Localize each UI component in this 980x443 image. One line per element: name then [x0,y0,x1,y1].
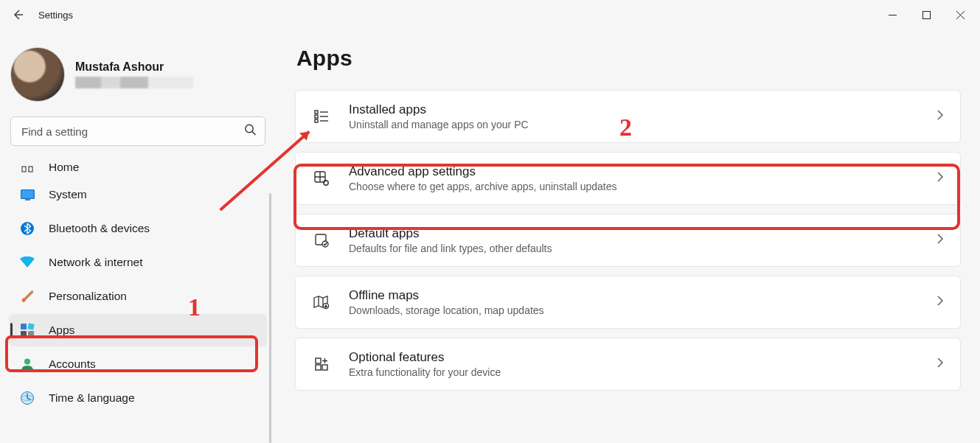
default-apps-icon [312,232,331,248]
close-button[interactable] [943,3,977,27]
sidebar-item-label: Accounts [49,357,96,371]
svg-rect-24 [316,365,321,370]
wifi-icon [19,257,35,268]
chevron-right-icon [936,295,944,310]
sidebar-item-apps[interactable]: Apps [9,314,267,346]
main-content: Apps Installed apps Uninstall and manage… [273,29,980,443]
sidebar-item-label: Apps [49,324,74,337]
home-icon [19,161,35,174]
svg-point-12 [24,359,30,365]
profile-email-redacted [75,77,193,88]
minimize-button[interactable] [875,3,909,27]
sidebar-item-network[interactable]: Network & internet [9,246,267,279]
chevron-right-icon [936,171,944,186]
card-title: Optional features [349,350,919,365]
apps-icon [19,323,35,338]
svg-rect-15 [315,111,318,114]
card-title: Offline maps [349,288,919,303]
arrow-left-icon [12,9,24,21]
back-button[interactable] [3,0,32,29]
card-default-apps[interactable]: Default apps Defaults for file and link … [295,214,961,267]
chevron-right-icon [936,233,944,248]
card-installed-apps[interactable]: Installed apps Uninstall and manage apps… [295,90,961,143]
sidebar-item-personalization[interactable]: Personalization [9,280,267,313]
chevron-right-icon [936,109,944,124]
card-subtitle: Choose where to get apps, archive apps, … [349,181,919,192]
minimize-icon [889,11,897,19]
svg-rect-10 [21,331,27,337]
sidebar-item-label: Home [49,161,79,174]
brush-icon [19,289,35,304]
svg-rect-3 [29,167,32,172]
sidebar-item-label: Time & language [49,391,135,405]
sidebar: Mustafa Ashour Home System [0,29,273,443]
sidebar-item-bluetooth[interactable]: Bluetooth & devices [9,212,267,245]
titlebar: Settings [0,0,980,29]
search-input[interactable] [10,116,265,146]
person-icon [19,357,35,372]
sidebar-item-label: System [49,188,87,201]
svg-rect-16 [315,115,318,118]
chevron-right-icon [936,357,944,372]
sidebar-item-label: Personalization [49,290,127,303]
page-title: Apps [296,46,961,71]
profile-block[interactable]: Mustafa Ashour [9,43,267,116]
card-subtitle: Extra functionality for your device [349,366,919,378]
window-title: Settings [38,10,73,21]
bluetooth-icon [19,221,35,236]
sidebar-scrollbar[interactable] [269,193,271,443]
svg-rect-23 [316,358,321,363]
search-wrap [10,116,265,146]
card-subtitle: Defaults for file and link types, other … [349,243,919,254]
sidebar-item-system[interactable]: System [9,178,267,211]
optional-features-icon [312,356,331,372]
card-advanced-app-settings[interactable]: Advanced app settings Choose where to ge… [295,152,961,205]
svg-rect-2 [22,167,26,172]
svg-rect-0 [922,11,930,18]
card-subtitle: Uninstall and manage apps on your PC [349,119,919,130]
svg-rect-6 [25,199,30,200]
svg-rect-17 [315,119,318,122]
window-controls [875,3,977,27]
sidebar-item-time-language[interactable]: Time & language [9,382,267,414]
svg-rect-9 [27,323,34,329]
profile-name: Mustafa Ashour [75,60,193,74]
offline-maps-icon [312,294,331,310]
card-optional-features[interactable]: Optional features Extra functionality fo… [295,338,961,391]
nav-list: Home System Bluetooth & devices Network … [9,156,267,414]
sidebar-item-home[interactable]: Home [9,156,267,177]
svg-rect-5 [21,190,33,198]
advanced-app-settings-icon [312,170,331,186]
avatar [10,47,65,102]
clock-globe-icon [19,391,35,405]
card-title: Advanced app settings [349,164,919,179]
sidebar-item-accounts[interactable]: Accounts [9,348,267,380]
card-offline-maps[interactable]: Offline maps Downloads, storage location… [295,276,961,329]
system-icon [19,189,35,200]
maximize-button[interactable] [909,3,943,27]
svg-rect-8 [21,324,27,329]
close-icon [956,11,965,19]
sidebar-item-label: Bluetooth & devices [49,222,150,235]
svg-rect-25 [322,365,327,370]
card-title: Default apps [349,226,919,241]
sidebar-item-label: Network & internet [49,256,143,269]
card-subtitle: Downloads, storage location, map updates [349,304,919,316]
svg-rect-11 [28,331,34,337]
card-title: Installed apps [349,102,919,117]
maximize-icon [922,11,931,19]
installed-apps-icon [312,108,331,125]
